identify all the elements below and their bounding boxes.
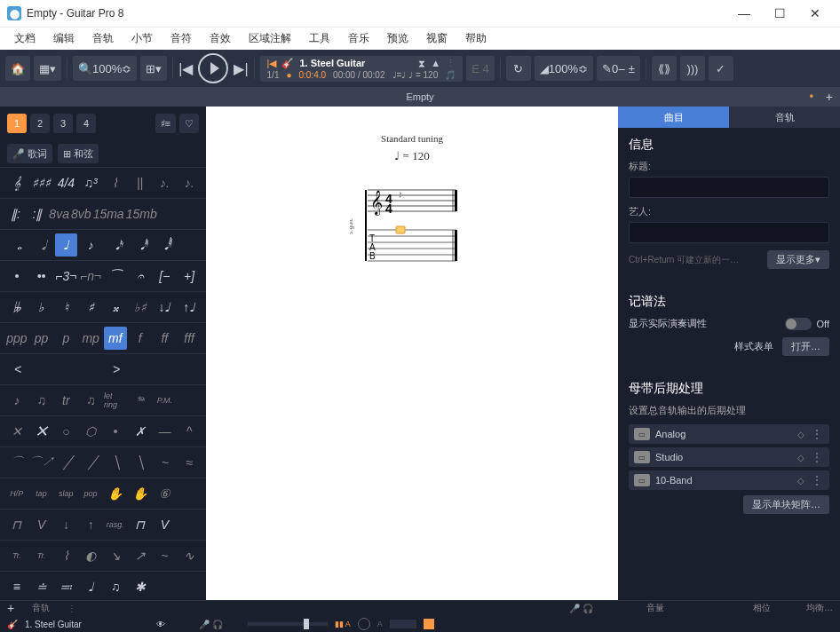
- visibility-icon[interactable]: 👁: [156, 620, 165, 629]
- slide-4[interactable]: ╲: [130, 451, 152, 474]
- grace-1[interactable]: ♪: [5, 389, 28, 412]
- track-info-panel[interactable]: |◀ 🎸 1. Steel Guitar ⧗ ▲ ⋮ 1/1 ●0:0:4.0 …: [260, 56, 464, 82]
- home-button[interactable]: 🏠: [5, 56, 30, 81]
- tool3-button[interactable]: ✓: [709, 56, 733, 81]
- inspector-tab-song[interactable]: 曲目: [618, 107, 729, 128]
- fermata[interactable]: 𝄐: [129, 265, 152, 288]
- slide-1[interactable]: ╱: [56, 451, 78, 474]
- show-more-button[interactable]: 显示更多▾: [767, 250, 829, 269]
- prev-button[interactable]: |◀: [178, 60, 193, 77]
- pan-knob-1[interactable]: [358, 618, 370, 630]
- wah[interactable]: ◐: [79, 544, 102, 567]
- 32nd-note[interactable]: 𝅘𝅥𝅰: [129, 233, 152, 257]
- arpeggio-up[interactable]: ↑: [79, 513, 102, 536]
- acc-6[interactable]: ♭♯: [129, 296, 152, 319]
- grid-button[interactable]: ⊞▾: [140, 56, 167, 81]
- return[interactable]: ↗: [129, 544, 152, 567]
- eighth-note[interactable]: ♪: [79, 233, 102, 257]
- swing-1[interactable]: ♪.: [154, 171, 177, 194]
- tuning-fork-icon[interactable]: 🎵: [445, 70, 456, 80]
- time-sig[interactable]: 4/4: [55, 171, 78, 194]
- menu-bar[interactable]: 小节: [123, 28, 162, 49]
- decrescendo[interactable]: >: [104, 358, 201, 381]
- add-track-button[interactable]: +: [7, 601, 14, 615]
- flat[interactable]: ♭: [30, 296, 53, 319]
- menu-note[interactable]: 音符: [162, 28, 201, 49]
- shorter[interactable]: [−: [154, 265, 177, 288]
- triplet[interactable]: ♫³: [79, 171, 102, 194]
- pop[interactable]: pop: [79, 482, 102, 505]
- double-dotted[interactable]: ••: [30, 265, 53, 288]
- bend-2[interactable]: ⌒↗: [29, 451, 54, 474]
- close-button[interactable]: ✕: [797, 0, 833, 27]
- ottava[interactable]: 8va: [49, 202, 69, 225]
- pick-up[interactable]: V: [30, 513, 53, 536]
- clef-treble[interactable]: 𝄞: [5, 171, 28, 194]
- beam-2[interactable]: ≕: [55, 575, 78, 598]
- palette-tab-3[interactable]: 3: [53, 114, 73, 133]
- volume-slider-1[interactable]: [248, 622, 328, 626]
- dyn-f[interactable]: f: [129, 327, 152, 350]
- rest[interactable]: ≡: [5, 575, 28, 598]
- slide-2[interactable]: ╱: [81, 451, 103, 474]
- brush-down[interactable]: ✋: [129, 482, 152, 505]
- rasg[interactable]: rasg.: [104, 513, 127, 536]
- artist-input[interactable]: [629, 222, 829, 243]
- title-input[interactable]: [629, 177, 829, 198]
- maximize-button[interactable]: ☐: [762, 0, 797, 27]
- palette-tab-2[interactable]: 2: [30, 114, 50, 133]
- semitone-up[interactable]: ↑♩: [178, 296, 201, 319]
- sharp[interactable]: ♯: [79, 296, 102, 319]
- tool2-button[interactable]: ))): [680, 56, 705, 81]
- menu-section[interactable]: 区域注解: [240, 28, 300, 49]
- wavy[interactable]: ⌇: [55, 544, 78, 567]
- bend-1[interactable]: ⌒: [5, 451, 28, 474]
- stroke-down[interactable]: ⊓: [129, 513, 152, 536]
- minimize-button[interactable]: —: [726, 0, 762, 27]
- track1-name[interactable]: 1. Steel Guitar: [25, 620, 149, 629]
- brush-up[interactable]: ✋: [104, 482, 127, 505]
- doc-tab-empty[interactable]: Empty: [406, 91, 433, 102]
- palm-mute[interactable]: P.M.: [154, 389, 177, 412]
- harmonic-6[interactable]: ⑥: [154, 482, 177, 505]
- grace-2[interactable]: ♫: [30, 389, 53, 412]
- pencil-button[interactable]: ✎ 0 ‒ ±: [597, 56, 640, 81]
- menu-edit[interactable]: 编辑: [44, 28, 83, 49]
- semitone-down[interactable]: ↓♩: [154, 296, 177, 319]
- tuplet-3[interactable]: ⌐3¬: [55, 265, 78, 288]
- pick-down[interactable]: ⊓: [5, 513, 28, 536]
- play-button[interactable]: [198, 53, 228, 83]
- wide-vibrato[interactable]: ≈: [178, 451, 201, 474]
- repeat-end[interactable]: :‖: [28, 202, 48, 225]
- dyn-ff[interactable]: ff: [154, 327, 177, 350]
- zoom-button[interactable]: 🔍 100% ≎: [73, 56, 137, 81]
- chords-button[interactable]: ⊞ 和弦: [58, 144, 99, 163]
- eq-display-1[interactable]: [390, 620, 416, 628]
- tool1-button[interactable]: ⟪⟫: [652, 56, 677, 81]
- dyn-mp[interactable]: mp: [79, 327, 102, 350]
- layout-button[interactable]: ▦▾: [34, 56, 61, 81]
- show-matrix-button[interactable]: 显示单块矩阵…: [743, 495, 829, 514]
- tap[interactable]: tap: [30, 482, 53, 505]
- palette-heart-button[interactable]: ♡: [179, 114, 199, 133]
- dyn-fff[interactable]: fff: [178, 327, 201, 350]
- swing-2[interactable]: ♪.: [178, 171, 201, 194]
- quarter-note[interactable]: ♩: [55, 233, 78, 257]
- marcato[interactable]: ^: [178, 420, 201, 443]
- effect-row-10band[interactable]: ▭ 10-Band ◇⋮: [629, 470, 829, 490]
- double-sharp[interactable]: 𝄪: [104, 296, 127, 319]
- inspector-tab-track[interactable]: 音轨: [729, 107, 840, 128]
- menu-effect[interactable]: 音效: [201, 28, 240, 49]
- slap[interactable]: slap: [55, 482, 78, 505]
- pedal[interactable]: 𝆮: [129, 389, 152, 412]
- tr-2[interactable]: Tr.: [30, 544, 53, 567]
- accent-heavy[interactable]: ✗: [129, 420, 152, 443]
- menu-preview[interactable]: 预览: [378, 28, 417, 49]
- repeat-start[interactable]: ‖:: [5, 202, 26, 225]
- let-ring[interactable]: let ring: [104, 389, 127, 412]
- accent-1[interactable]: ○: [55, 420, 78, 443]
- display-actual-toggle[interactable]: [785, 318, 812, 330]
- tremolo[interactable]: ♫: [79, 389, 102, 412]
- menu-tools[interactable]: 工具: [300, 28, 339, 49]
- whole-note[interactable]: 𝅝: [5, 233, 28, 257]
